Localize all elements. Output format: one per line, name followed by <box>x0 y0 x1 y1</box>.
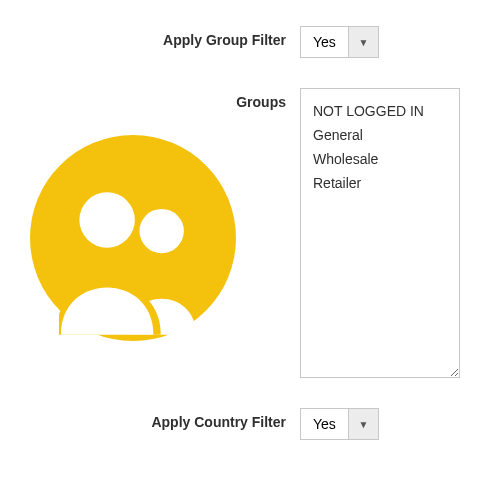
svg-point-1 <box>79 192 135 248</box>
groups-option[interactable]: Retailer <box>313 171 447 195</box>
users-icon <box>30 135 236 341</box>
group-filter-select[interactable]: Yes ▼ <box>300 26 470 58</box>
country-filter-select[interactable]: Yes ▼ <box>300 408 470 440</box>
groups-option[interactable]: Wholesale <box>313 147 447 171</box>
country-filter-label: Apply Country Filter <box>0 408 300 430</box>
svg-point-0 <box>139 209 183 253</box>
chevron-down-icon[interactable]: ▼ <box>349 26 379 58</box>
groups-multiselect[interactable]: NOT LOGGED IN General Wholesale Retailer <box>300 88 460 378</box>
groups-option[interactable]: General <box>313 123 447 147</box>
group-filter-label: Apply Group Filter <box>0 26 300 48</box>
groups-option[interactable]: NOT LOGGED IN <box>313 99 447 123</box>
groups-label: Groups <box>0 88 300 110</box>
country-filter-value: Yes <box>300 408 349 440</box>
group-filter-value: Yes <box>300 26 349 58</box>
chevron-down-icon[interactable]: ▼ <box>349 408 379 440</box>
